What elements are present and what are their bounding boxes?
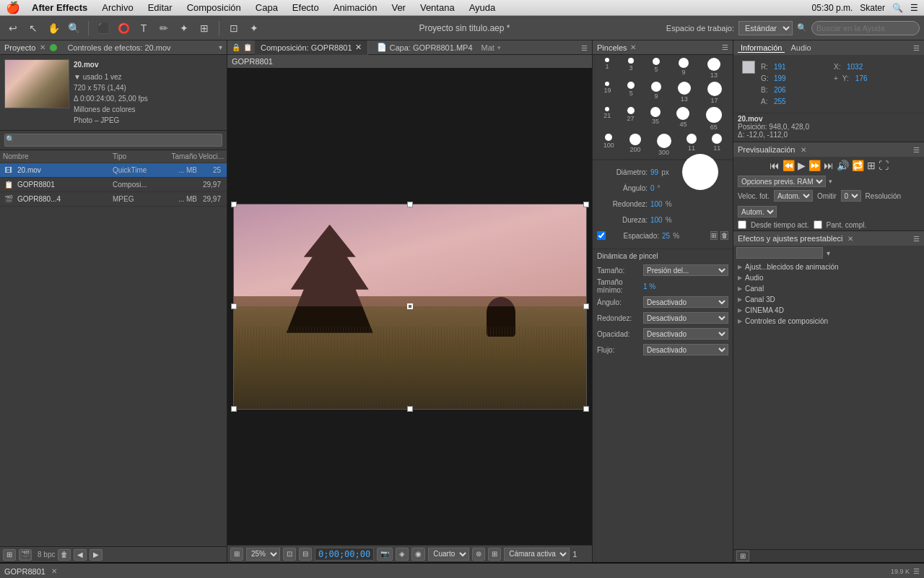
new-comp-btn[interactable]: 🎬: [19, 549, 32, 561]
angle-value[interactable]: 0: [650, 184, 655, 192]
effects-cat-canal[interactable]: ▶ Canal: [733, 283, 924, 294]
menu-animacion[interactable]: Animación: [331, 2, 380, 13]
brush-5b[interactable]: 5: [627, 82, 635, 104]
preview-ram-select[interactable]: Opciones previs. RAM: [738, 176, 826, 187]
camera-select[interactable]: Cámara activa: [504, 548, 570, 561]
timeline-menu[interactable]: ☰: [913, 567, 920, 575]
menu-ver[interactable]: Ver: [388, 2, 409, 13]
anchor-point[interactable]: [407, 303, 413, 309]
search-icon[interactable]: 🔍: [892, 3, 903, 13]
brush-9[interactable]: 9: [679, 58, 689, 79]
menu-capa[interactable]: Capa: [253, 2, 281, 13]
menu-composicion[interactable]: Composición: [184, 2, 244, 13]
effects-cat-cinema4d[interactable]: ▶ CINEMA 4D: [733, 305, 924, 316]
spacing-checkbox[interactable]: [597, 231, 606, 240]
brush-1[interactable]: 1: [605, 58, 609, 79]
grid-btn[interactable]: ⊞: [488, 548, 501, 561]
preview-step-fwd[interactable]: ⏩: [808, 160, 821, 171]
brush-300[interactable]: 300: [657, 134, 671, 156]
toolbar-clone-btn[interactable]: ⊞: [196, 20, 213, 37]
min-size-value[interactable]: 1 %: [643, 282, 655, 290]
toolbar-anchor-btn[interactable]: ✦: [175, 20, 193, 37]
preview-audio[interactable]: 🔊: [837, 160, 849, 171]
toolbar-puppet-btn[interactable]: ✦: [245, 20, 263, 37]
apple-menu[interactable]: 🍎: [6, 1, 20, 14]
info-menu[interactable]: ☰: [913, 44, 920, 52]
zoom-fit-btn[interactable]: ⊡: [283, 548, 296, 561]
file-row-gopr8801[interactable]: 📋 GOPR8801 Composi... 29,97: [0, 178, 227, 192]
brush-13b[interactable]: 13: [678, 82, 691, 104]
project-panel-close[interactable]: ✕: [40, 43, 45, 51]
aspect-btn[interactable]: ⊟: [299, 548, 312, 561]
overlay-btn[interactable]: ⊛: [472, 548, 485, 561]
brush-options-btn[interactable]: ⊞: [710, 231, 718, 240]
menu-efecto[interactable]: Efecto: [289, 2, 322, 13]
file-row-20mov[interactable]: 🎞 20.mov QuickTime ... MB 25: [0, 163, 227, 178]
project-search-input[interactable]: [4, 134, 222, 147]
brush-65[interactable]: 65: [706, 107, 722, 131]
menu-ventana[interactable]: Ventana: [417, 2, 458, 13]
panel-menu-icon[interactable]: ☰: [581, 44, 588, 52]
brush-11b[interactable]: 11: [712, 134, 722, 156]
menu-archivo[interactable]: Archivo: [99, 2, 136, 13]
preview-step-back[interactable]: ⏪: [783, 160, 795, 171]
handle-tl[interactable]: [231, 202, 237, 207]
timeline-close[interactable]: ✕: [51, 567, 57, 575]
handle-tr[interactable]: [583, 202, 589, 207]
brush-17[interactable]: 17: [707, 82, 722, 104]
preview-go-start[interactable]: ⏮: [770, 160, 780, 171]
menu-editar[interactable]: Editar: [145, 2, 175, 13]
delete-btn[interactable]: 🗑: [58, 549, 71, 561]
toolbar-text-btn[interactable]: T: [135, 20, 152, 37]
effects-cat-audio[interactable]: ▶ Audio: [733, 272, 924, 283]
menu-icon[interactable]: ☰: [910, 3, 918, 13]
brush-45[interactable]: 45: [676, 107, 689, 131]
brushes-menu[interactable]: ☰: [722, 43, 728, 51]
effects-cat-ajust[interactable]: ▶ Ajust...blecidos de animación: [733, 262, 924, 272]
preview-loop[interactable]: 🔁: [852, 160, 864, 171]
preview-fullscreen[interactable]: ⛶: [879, 160, 889, 171]
toolbar-hand-btn[interactable]: ✋: [45, 20, 62, 37]
brush-100[interactable]: 100: [603, 134, 614, 156]
new-folder-btn[interactable]: ⊞: [3, 549, 16, 561]
brush-19[interactable]: 19: [603, 82, 611, 104]
toolbar-pen2-btn[interactable]: ✏: [155, 20, 173, 37]
handle-ml[interactable]: [231, 303, 237, 309]
size-dynamic-select[interactable]: Presión del...: [643, 264, 728, 276]
from-time-checkbox[interactable]: [738, 220, 746, 229]
brush-5[interactable]: 5: [653, 58, 660, 79]
roundness-value[interactable]: 100: [650, 200, 663, 208]
brush-27[interactable]: 27: [627, 107, 635, 131]
brush-13[interactable]: 13: [707, 58, 720, 79]
brush-35[interactable]: 35: [650, 107, 661, 131]
handle-bl[interactable]: [231, 406, 237, 412]
effects-cat-controles[interactable]: ▶ Controles de composición: [733, 316, 924, 327]
comp-tab-close[interactable]: ✕: [355, 43, 362, 52]
brush-21[interactable]: 21: [603, 107, 611, 131]
capture-btn[interactable]: 📷: [377, 548, 393, 561]
preview-play[interactable]: ▶: [798, 160, 806, 171]
menu-ayuda[interactable]: Ayuda: [466, 2, 499, 13]
quality-select[interactable]: Cuarto: [428, 548, 469, 561]
handle-bc[interactable]: [407, 406, 413, 412]
brush-delete-btn[interactable]: 🗑: [720, 231, 728, 240]
brush-200[interactable]: 200: [629, 134, 641, 156]
preview-panel-menu[interactable]: ☰: [913, 146, 920, 154]
preview-skip-select[interactable]: 0: [841, 190, 861, 202]
handle-mr[interactable]: [583, 303, 589, 309]
toolbar-shape-btn[interactable]: ⭕: [115, 20, 132, 37]
toolbar-pen-btn[interactable]: ⬛: [95, 20, 112, 37]
preview-fps-select[interactable]: Autom.: [774, 190, 813, 202]
effects-cat-canal3d[interactable]: ▶ Canal 3D: [733, 294, 924, 305]
hardness-value[interactable]: 100: [650, 216, 663, 224]
toolbar-zoom-btn[interactable]: 🔍: [65, 20, 82, 37]
help-search-input[interactable]: [811, 21, 920, 35]
fullscreen-checkbox[interactable]: [814, 220, 822, 229]
comp-tab-main[interactable]: Composición: GOPR8801 ✕: [255, 40, 368, 55]
canvas-area[interactable]: [227, 68, 592, 545]
brush-11[interactable]: 11: [687, 134, 697, 156]
effects-search-arrow[interactable]: ▾: [827, 249, 830, 257]
project-panel-menu[interactable]: ▾: [219, 43, 222, 51]
toolbar-select-btn[interactable]: ↖: [25, 20, 42, 37]
brush-9b[interactable]: 9: [651, 82, 661, 104]
